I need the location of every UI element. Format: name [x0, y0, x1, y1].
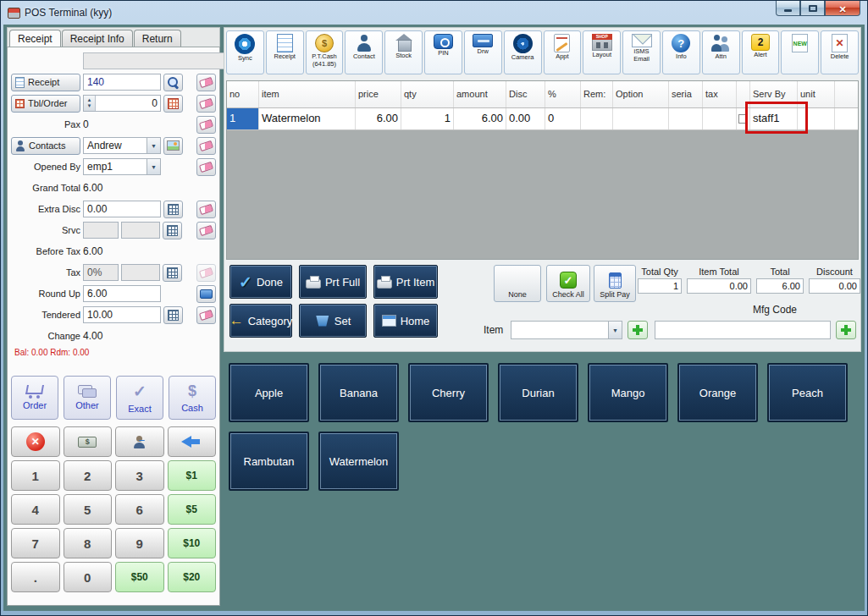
order-button[interactable]: Order [11, 376, 58, 420]
toolbar-isms-email-button[interactable]: iSMSEmail [622, 30, 661, 74]
search-receipt-button[interactable] [163, 74, 183, 91]
opened-by-select[interactable]: emp1 [83, 158, 161, 175]
toolbar-layout-button[interactable]: Layout [583, 30, 621, 74]
column-header[interactable]: price [356, 81, 401, 107]
row-checkbox[interactable] [738, 114, 748, 124]
keypad-4[interactable]: 4 [11, 494, 60, 525]
check-all-button[interactable]: Check All [546, 265, 590, 302]
keypad-dollar-1[interactable]: $1 [168, 460, 217, 491]
chevron-down-icon[interactable] [147, 159, 160, 174]
keypad-6[interactable]: 6 [115, 494, 164, 525]
split-pay-button[interactable]: Split Pay [594, 265, 636, 302]
note-field[interactable] [83, 52, 235, 69]
maximize-button[interactable] [800, 1, 825, 16]
product-button-apple[interactable]: Apple [229, 363, 309, 422]
keypad-3[interactable]: 3 [115, 460, 164, 491]
product-button-durian[interactable]: Durian [498, 363, 578, 422]
column-header[interactable]: qty [401, 81, 454, 107]
round-up-display-button[interactable] [196, 285, 216, 303]
keypad-9[interactable]: 9 [115, 528, 164, 558]
srvc-rate-input[interactable] [83, 222, 119, 239]
print-full-button[interactable]: Prt Full [299, 265, 367, 299]
chevron-down-icon[interactable] [608, 322, 622, 338]
srvc-calc-button[interactable] [163, 222, 182, 239]
keypad-dollar-50[interactable]: $50 [115, 562, 164, 592]
clear-tax-button[interactable] [196, 264, 216, 282]
column-header[interactable]: Serv By [750, 81, 798, 107]
toolbar-pt-cash-button[interactable]: P.T.Cash(641.85) [306, 30, 344, 74]
product-button-orange[interactable]: Orange [677, 363, 758, 422]
toolbar-pin-button[interactable]: PIN [424, 30, 462, 74]
cell-checkbox[interactable] [737, 108, 750, 129]
column-header[interactable]: tax [703, 81, 737, 107]
keypad-7[interactable]: 7 [11, 528, 60, 558]
product-button-watermelon[interactable]: Watermelon [318, 432, 399, 491]
exact-button[interactable]: Exact [116, 376, 163, 420]
column-header[interactable]: seria [669, 81, 703, 107]
none-button[interactable]: None [494, 265, 541, 302]
category-button[interactable]: Category [229, 304, 292, 338]
toolbar-info-button[interactable]: Info [662, 30, 700, 74]
table-order-button[interactable]: Tbl/Order [11, 95, 80, 113]
keypad-0[interactable]: 0 [64, 562, 113, 592]
srvc-amount-input[interactable] [121, 222, 160, 239]
toolbar-receipt-button[interactable]: Receipt [266, 30, 304, 74]
tax-rate-input[interactable] [83, 264, 119, 281]
contacts-button[interactable]: Contacts [11, 137, 80, 155]
keypad-payout-button[interactable] [64, 426, 113, 457]
toolbar-delete-button[interactable]: Delete [821, 30, 859, 74]
column-header[interactable]: amount [454, 81, 506, 107]
extra-disc-input[interactable] [83, 201, 161, 217]
toolbar-appt-button[interactable]: Appt [544, 30, 582, 74]
clear-pax-button[interactable] [196, 116, 216, 134]
add-item-button[interactable] [628, 321, 648, 339]
clear-contact-button[interactable] [196, 137, 216, 155]
minimize-button[interactable] [776, 1, 800, 16]
tax-calc-button[interactable] [163, 264, 182, 282]
toolbar-attendance-button[interactable]: Attn [702, 30, 740, 74]
set-button[interactable]: Set [299, 304, 367, 338]
keypad-dollar-20[interactable]: $20 [168, 562, 217, 592]
clear-extra-disc-button[interactable] [196, 201, 216, 218]
product-button-banana[interactable]: Banana [318, 363, 399, 422]
toolbar-drawer-button[interactable]: Drw [464, 30, 502, 74]
mfg-code-input[interactable] [655, 321, 831, 339]
toolbar-alert-button[interactable]: 2Alert [742, 30, 780, 74]
product-button-mango[interactable]: Mango [588, 363, 668, 422]
cash-button[interactable]: Cash [169, 376, 216, 420]
tab-receipt-info[interactable]: Receipt Info [62, 30, 133, 47]
contact-photo-button[interactable] [163, 137, 183, 155]
round-up-input[interactable] [83, 285, 161, 302]
column-header[interactable]: no [227, 81, 259, 107]
column-header[interactable]: Disc [506, 81, 545, 107]
keypad-customer-button[interactable] [115, 426, 164, 457]
keypad-2[interactable]: 2 [64, 460, 113, 491]
contacts-select[interactable]: Andrew [83, 137, 161, 154]
done-button[interactable]: Done [229, 265, 292, 299]
product-button-peach[interactable]: Peach [767, 363, 848, 422]
keypad-dollar-10[interactable]: $10 [168, 528, 217, 558]
keypad-5[interactable]: 5 [64, 494, 113, 525]
table-order-spinner[interactable]: ▲▼ 0 [83, 95, 161, 112]
keypad-dollar-5[interactable]: $5 [168, 494, 217, 525]
clear-tendered-button[interactable] [196, 306, 216, 324]
toolbar-new-button[interactable]: NEW [781, 30, 819, 74]
grid-row[interactable]: 1 Watermelon 6.00 1 6.00 0.00 0 staff1 [227, 108, 858, 130]
column-header[interactable]: item [259, 81, 356, 107]
clear-table-button[interactable] [196, 95, 216, 113]
extra-disc-calc-button[interactable] [163, 201, 183, 218]
print-item-button[interactable]: Prt Item [373, 265, 438, 299]
clear-opened-by-button[interactable] [196, 158, 216, 176]
column-header[interactable]: Rem: [581, 81, 613, 107]
column-header[interactable]: unit [798, 81, 835, 107]
home-button[interactable]: Home [373, 304, 438, 338]
keypad-8[interactable]: 8 [64, 528, 113, 558]
column-header[interactable]: Option [613, 81, 669, 107]
keypad-backspace-button[interactable] [168, 426, 217, 457]
close-button[interactable] [825, 1, 860, 16]
other-payment-button[interactable]: Other [64, 376, 111, 420]
tendered-calc-button[interactable] [163, 306, 183, 324]
add-mfg-code-button[interactable] [836, 321, 856, 339]
clear-srvc-button[interactable] [196, 222, 216, 239]
toolbar-camera-button[interactable]: Camera [504, 30, 542, 74]
